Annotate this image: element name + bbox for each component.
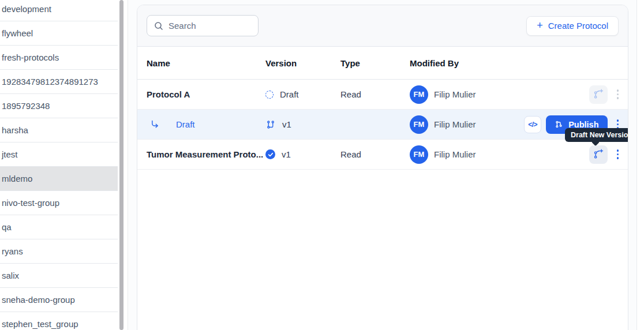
sidebar-item-mldemo[interactable]: mldemo [0, 167, 118, 191]
avatar: FM [410, 145, 428, 164]
group-sidebar: developmentflywheelfresh-protocols192834… [0, 0, 118, 330]
header-name: Name [137, 58, 265, 68]
table-row-protocol-a[interactable]: Protocol A Draft Read FM Filip Mulier [137, 80, 628, 110]
sidebar-item-jtest[interactable]: jtest [0, 142, 118, 167]
modified-by-name: Filip Mulier [434, 89, 476, 99]
draft-new-version-button[interactable] [589, 85, 608, 104]
git-branch-plus-icon [593, 149, 604, 160]
sidebar-item-label: jtest [2, 149, 18, 159]
git-branch-plus-icon [593, 89, 604, 100]
sidebar-item-1895792348[interactable]: 1895792348 [0, 94, 118, 118]
sidebar-item-label: fresh-protocols [2, 52, 59, 62]
type-label: Read [340, 149, 410, 159]
sidebar-item-label: sneha-demo-group [2, 295, 75, 305]
main-panel: + Create Protocol Name Version Type Modi… [128, 0, 637, 330]
version-label: v1 [282, 149, 291, 159]
scrollbar-thumb[interactable] [119, 0, 123, 330]
avatar: FM [410, 115, 428, 134]
draft-version-link[interactable]: Draft [176, 119, 195, 129]
draft-status-icon [265, 91, 274, 99]
modified-by-name: Filip Mulier [434, 119, 476, 129]
header-version: Version [265, 58, 340, 68]
publish-branch-icon [555, 120, 563, 129]
table-header: Name Version Type Modified By [137, 47, 628, 80]
sidebar-item-nivo-test-group[interactable]: nivo-test-group [0, 191, 118, 215]
type-label: Read [340, 89, 410, 99]
plus-icon: + [537, 20, 543, 31]
sidebar-scrollbar[interactable] [118, 0, 128, 330]
header-modified-by: Modified By [410, 58, 628, 68]
avatar: FM [410, 85, 428, 104]
sidebar-item-label: development [2, 4, 51, 14]
protocol-name: Tumor Measurement Proto... [137, 149, 265, 159]
version-label: Draft [280, 89, 299, 99]
tooltip-text: Draft New Version [571, 131, 628, 139]
header-type: Type [340, 58, 410, 68]
sidebar-item-label: 1895792348 [2, 101, 50, 111]
draft-new-version-button[interactable] [589, 145, 608, 164]
sidebar-item-label: mldemo [2, 174, 32, 183]
sidebar-item-label: 19283479812374891273 [2, 77, 98, 87]
sidebar-item-label: flywheel [2, 28, 33, 38]
sidebar-item-ryans[interactable]: ryans [0, 239, 118, 264]
sidebar-item-label: nivo-test-group [2, 198, 59, 208]
version-label: v1 [282, 119, 291, 129]
indent-arrow-icon [150, 119, 160, 129]
published-status-icon [265, 149, 275, 159]
sidebar-item-stephen_test_group[interactable]: stephen_test_group [0, 312, 118, 330]
sidebar-item-19283479812374891273[interactable]: 19283479812374891273 [0, 70, 118, 94]
code-view-button[interactable]: </> [524, 116, 541, 133]
create-protocol-button[interactable]: + Create Protocol [526, 16, 619, 36]
sidebar-item-flywheel[interactable]: flywheel [0, 21, 118, 46]
sidebar-item-development[interactable]: development [0, 0, 118, 21]
sidebar-item-harsha[interactable]: harsha [0, 118, 118, 142]
protocol-name: Protocol A [137, 89, 265, 99]
search-input[interactable] [169, 21, 244, 31]
tooltip: Draft New Version [565, 128, 628, 142]
sidebar-list: developmentflywheelfresh-protocols192834… [0, 0, 118, 330]
search-icon [154, 21, 163, 31]
sidebar-item-salix[interactable]: salix [0, 264, 118, 288]
sidebar-item-label: ryans [2, 246, 23, 256]
sidebar-item-qa[interactable]: qa [0, 215, 118, 239]
table-row-tumor-protocol[interactable]: Tumor Measurement Proto... v1 Read FM Fi… [137, 140, 628, 170]
row-menu-button[interactable] [616, 87, 620, 102]
protocols-card: + Create Protocol Name Version Type Modi… [137, 5, 628, 330]
create-protocol-label: Create Protocol [548, 21, 608, 31]
sidebar-item-sneha-demo-group[interactable]: sneha-demo-group [0, 288, 118, 312]
table-row-draft[interactable]: Draft v1 FM Filip Mulier </> [137, 110, 628, 140]
search-box[interactable] [147, 15, 259, 36]
row-menu-button[interactable] [616, 147, 620, 162]
git-branch-icon [265, 119, 276, 130]
card-toolbar: + Create Protocol [137, 5, 628, 47]
modified-by-name: Filip Mulier [434, 149, 476, 159]
sidebar-item-fresh-protocols[interactable]: fresh-protocols [0, 46, 118, 70]
sidebar-item-label: salix [2, 271, 19, 280]
sidebar-item-label: stephen_test_group [2, 319, 78, 329]
sidebar-item-label: qa [2, 222, 12, 232]
sidebar-item-label: harsha [2, 125, 28, 135]
